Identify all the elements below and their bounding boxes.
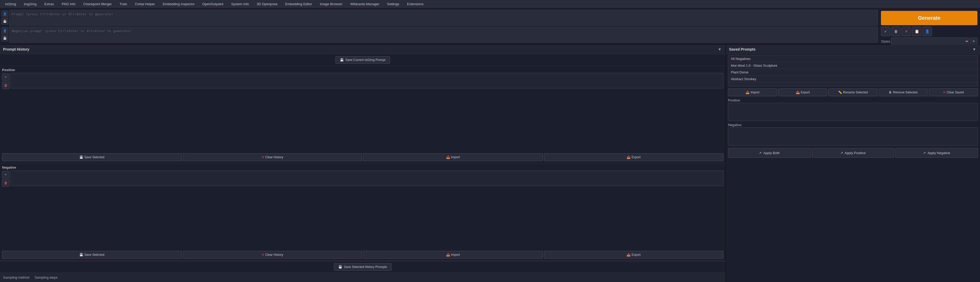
saved-remove-icon: 🗑: [889, 91, 892, 94]
negative-icon-btn-1[interactable]: 👤: [2, 27, 8, 34]
saved-import-btn[interactable]: 📥 Import: [728, 88, 777, 96]
negative-remove-btn[interactable]: 🗑: [2, 179, 10, 186]
saved-export-btn[interactable]: 📤 Export: [778, 88, 827, 96]
prompt-history-title: Prompt History: [3, 47, 29, 51]
apply-positive-btn[interactable]: ↗ Apply Positive: [812, 148, 894, 158]
saved-export-icon: 📤: [796, 91, 800, 94]
workspace: 👤 💾 👤 💾 Generate ✓: [0, 8, 980, 282]
saved-item-0[interactable]: All Negatives: [728, 56, 978, 62]
nav-item-txt2img[interactable]: txt2img: [2, 1, 20, 7]
saved-item-1[interactable]: kkw Ideal 1.0 - Glass Sculpture: [728, 62, 978, 69]
negative-add-remove: + 🗑: [2, 170, 10, 186]
positive-history-label: Positive: [2, 68, 723, 72]
saved-prompts-collapse[interactable]: ▼: [972, 47, 977, 52]
toolbar-btn-interrupt[interactable]: ✓: [881, 27, 890, 36]
positive-export-btn[interactable]: 📤 Export: [544, 153, 724, 161]
negative-icon-btn-2[interactable]: 💾: [2, 35, 8, 41]
negative-clear-history-btn[interactable]: ✕ Clear History: [183, 251, 363, 259]
positive-prompt-input[interactable]: [10, 10, 878, 25]
import-icon-neg: 📥: [446, 253, 450, 257]
save-current-prompt-btn[interactable]: 💾 Save Current txt2img Prompt: [336, 56, 390, 64]
saved-negative-box[interactable]: [728, 127, 978, 145]
styles-label: Styles: [881, 40, 890, 43]
prompt-history-collapse[interactable]: ▼: [717, 47, 722, 52]
negative-save-label: Save Selected: [84, 253, 104, 257]
saved-item-2[interactable]: Plant Dome: [728, 69, 978, 76]
negative-export-label: Export: [632, 253, 641, 257]
nav-item-embedding-inspector[interactable]: Embedding Inspector: [159, 1, 198, 7]
positive-prompt-row: 👤 💾: [2, 10, 878, 25]
saved-positive-field: Positive:: [726, 97, 980, 122]
saved-export-label: Export: [801, 91, 810, 94]
apply-row: ↗ Apply Both ↗ Apply Positive ↗ Apply Ne…: [726, 147, 980, 159]
saved-actions-row: 📥 Import 📤 Export ✏️ Rename Selected 🗑 R…: [726, 88, 980, 97]
apply-both-label: Apply Both: [763, 151, 780, 155]
positive-history-section: Positive + 🗑 💾 Save Selected: [0, 66, 725, 163]
nav-item-extensions[interactable]: Extensions: [403, 1, 427, 7]
save-icon-pos: 💾: [80, 155, 83, 159]
nav-item-settings[interactable]: Settings: [383, 1, 403, 7]
save-history-icon: 💾: [338, 265, 342, 269]
sampling-steps-label: Sampling steps: [35, 276, 57, 279]
saved-prompts-list[interactable]: All Negatives kkw Ideal 1.0 - Glass Scul…: [728, 55, 978, 86]
saved-positive-label: Positive:: [728, 98, 978, 102]
negative-prompt-input[interactable]: [10, 27, 878, 43]
nav-item-checkpoint-merger[interactable]: Checkpoint Merger: [80, 1, 115, 7]
nav-item-system-info[interactable]: System Info: [228, 1, 253, 7]
prompt-history-panel: Prompt History ▼ 💾 Save Current txt2img …: [0, 45, 726, 282]
save-current-icon: 💾: [340, 58, 344, 62]
nav-item-3d-openpose[interactable]: 3D Openpose: [253, 1, 281, 7]
nav-item-civitai-helper[interactable]: Civitai Helper: [131, 1, 158, 7]
nav-item-png-info[interactable]: PNG Info: [58, 1, 79, 7]
negative-save-selected-btn[interactable]: 💾 Save Selected: [2, 251, 182, 259]
save-icon-neg: 💾: [80, 253, 83, 257]
negative-export-btn[interactable]: 📤 Export: [544, 251, 724, 259]
saved-item-3[interactable]: Abstract Smokey: [728, 76, 978, 83]
apply-both-icon: ↗: [759, 151, 762, 155]
styles-row: Styles +: [881, 38, 977, 45]
negative-history-section: Negative + 🗑 💾 Save Selected: [0, 163, 725, 261]
saved-prompts-title: Saved Prompts: [729, 47, 756, 51]
negative-add-btn[interactable]: +: [2, 171, 10, 178]
saved-rename-btn[interactable]: ✏️ Rename Selected: [828, 88, 878, 96]
apply-both-btn[interactable]: ↗ Apply Both: [728, 148, 811, 158]
negative-history-list: [10, 170, 723, 186]
positive-save-selected-btn[interactable]: 💾 Save Selected: [2, 153, 182, 161]
positive-add-btn[interactable]: +: [2, 73, 10, 81]
clear-icon-neg: ✕: [262, 253, 264, 257]
saved-remove-btn[interactable]: 🗑 Remove Selected: [879, 88, 928, 96]
nav-item-image-browser[interactable]: Image Browser: [316, 1, 346, 7]
sampling-method-label: Sampling method: [3, 276, 29, 279]
nav-item-wildcards-manager[interactable]: Wildcards Manager: [347, 1, 383, 7]
toolbar-btn-copy[interactable]: 📋: [912, 27, 921, 36]
negative-import-btn[interactable]: 📥 Import: [363, 251, 543, 259]
saved-clear-btn[interactable]: ✕ Clear Saved: [929, 88, 978, 96]
positive-icon-btn-1[interactable]: 👤: [2, 10, 8, 17]
toolbar-icons: ✓ 🗑 ✕ 📋 👤: [881, 27, 977, 36]
styles-add-btn[interactable]: +: [970, 38, 977, 45]
nav-item-embedding-editor[interactable]: Embedding Editor: [282, 1, 315, 7]
toolbar-btn-delete[interactable]: 🗑: [891, 27, 900, 36]
nav-item-extras[interactable]: Extras: [41, 1, 57, 7]
toolbar-btn-user[interactable]: 👤: [923, 27, 932, 36]
nav-item-train[interactable]: Train: [116, 1, 130, 7]
positive-remove-btn[interactable]: 🗑: [2, 82, 10, 89]
positive-export-label: Export: [632, 155, 641, 159]
nav-item-openoutpaint[interactable]: OpenOutpaint: [199, 1, 227, 7]
apply-negative-btn[interactable]: ↗ Apply Negative: [895, 148, 978, 158]
nav-item-img2img[interactable]: img2img: [20, 1, 40, 7]
toolbar-btn-cancel[interactable]: ✕: [902, 27, 911, 36]
save-current-bar: 💾 Save Current txt2img Prompt: [0, 54, 725, 66]
save-history-prompts-btn[interactable]: 💾 Save Selected History Prompts: [334, 263, 391, 271]
negative-history-actions: 💾 Save Selected ✕ Clear History 📥 Import: [2, 250, 723, 260]
positive-history-content: + 🗑: [2, 73, 723, 151]
negative-history-label: Negative: [2, 166, 723, 169]
save-current-label: Save Current txt2img Prompt: [345, 58, 385, 62]
positive-clear-history-btn[interactable]: ✕ Clear History: [183, 153, 363, 161]
positive-icon-btn-2[interactable]: 💾: [2, 18, 8, 25]
styles-select[interactable]: [891, 38, 969, 45]
generate-button[interactable]: Generate: [881, 11, 977, 25]
saved-positive-box[interactable]: [728, 103, 978, 121]
positive-import-btn[interactable]: 📥 Import: [363, 153, 543, 161]
saved-import-icon: 📥: [746, 91, 749, 94]
